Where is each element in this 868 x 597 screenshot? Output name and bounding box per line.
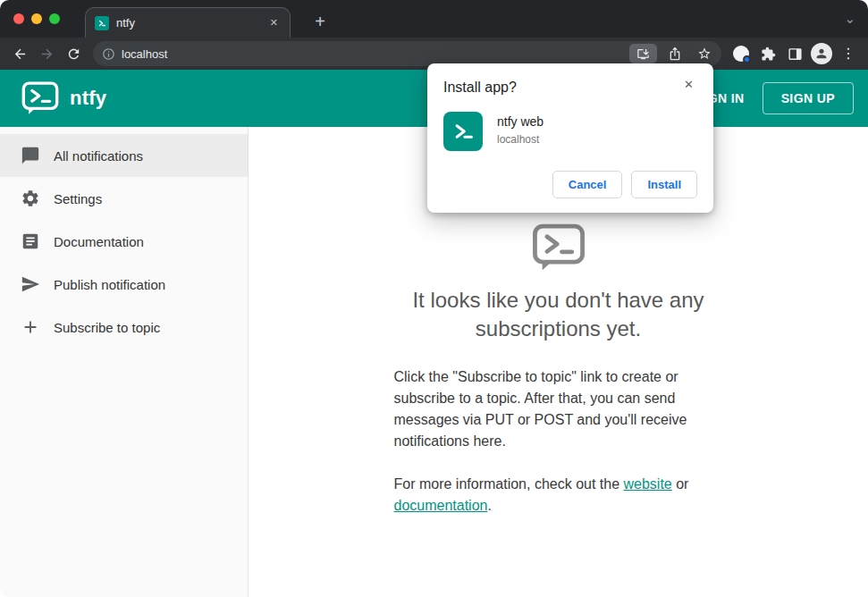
sidebar-item-publish-notification[interactable]: Publish notification xyxy=(0,263,248,306)
new-tab-button[interactable]: + xyxy=(308,9,333,34)
extension-icon xyxy=(733,46,749,62)
star-icon xyxy=(697,46,712,61)
window-minimize-button[interactable] xyxy=(31,13,42,24)
avatar-icon xyxy=(811,43,832,64)
ntfy-app-icon xyxy=(443,112,483,151)
chat-bubble-icon xyxy=(21,146,40,165)
header-actions: SIGN IN SIGN UP xyxy=(690,82,854,114)
empty-state-heading: It looks like you don't have any subscri… xyxy=(371,286,746,343)
sidebar-item-label: Publish notification xyxy=(54,277,165,292)
more-info-middle: or xyxy=(672,476,689,492)
app-name: ntfy web xyxy=(497,114,544,129)
send-icon xyxy=(21,274,40,294)
extension-shortcut-button[interactable] xyxy=(729,41,754,66)
cancel-button[interactable]: Cancel xyxy=(552,171,623,198)
install-dialog-title: Install app? xyxy=(443,76,517,96)
article-icon xyxy=(21,231,40,251)
sidebar-item-all-notifications[interactable]: All notifications xyxy=(0,134,248,177)
window-close-button[interactable] xyxy=(13,13,24,24)
sidebar: All notifications Settings Documentation… xyxy=(0,127,249,597)
tab-title: ntfy xyxy=(116,16,260,29)
reload-icon xyxy=(66,46,81,62)
documentation-link[interactable]: documentation xyxy=(394,498,488,513)
install-dialog-actions: Cancel Install xyxy=(443,171,697,198)
brand-title: ntfy xyxy=(70,87,106,110)
back-button[interactable] xyxy=(7,41,32,66)
sidebar-item-label: Subscribe to topic xyxy=(54,320,160,335)
ntfy-logo-icon xyxy=(21,81,59,115)
browser-titlebar: ntfy ✕ + ⌄ xyxy=(0,0,868,38)
install-dialog-app-row: ntfy web localhost xyxy=(443,112,697,151)
install-button[interactable]: Install xyxy=(631,171,697,198)
side-panel-button[interactable] xyxy=(782,41,807,66)
install-dialog-header: Install app? ✕ xyxy=(443,76,697,96)
sidebar-item-subscribe-to-topic[interactable]: Subscribe to topic xyxy=(0,306,248,349)
app-origin: localhost xyxy=(497,133,544,146)
sign-up-button[interactable]: SIGN UP xyxy=(763,82,854,114)
more-info-prefix: For more information, check out the xyxy=(394,476,624,492)
install-dialog: Install app? ✕ ntfy web localhost Cancel… xyxy=(427,63,713,213)
share-icon xyxy=(668,46,682,61)
puzzle-icon xyxy=(761,46,776,62)
gear-icon xyxy=(21,189,40,208)
website-link[interactable]: website xyxy=(624,476,672,492)
browser-tab[interactable]: ntfy ✕ xyxy=(85,7,291,38)
address-text[interactable]: localhost xyxy=(122,47,623,61)
browser-menu-button[interactable]: ⋮ xyxy=(836,41,861,66)
profile-avatar-button[interactable] xyxy=(809,41,834,66)
plus-icon xyxy=(21,317,40,337)
more-info-paragraph: For more information, check out the webs… xyxy=(394,474,723,517)
forward-arrow-icon xyxy=(39,46,55,62)
more-info-suffix: . xyxy=(487,498,491,513)
traffic-lights xyxy=(0,13,60,24)
browser-window: ntfy ✕ + ⌄ localhost xyxy=(0,0,868,597)
bookmark-star-button[interactable] xyxy=(693,42,716,65)
share-button[interactable] xyxy=(663,42,687,65)
side-panel-icon xyxy=(788,46,803,62)
tab-close-icon[interactable]: ✕ xyxy=(267,15,281,30)
sidebar-item-documentation[interactable]: Documentation xyxy=(0,220,248,263)
address-bar[interactable]: localhost xyxy=(93,41,721,66)
install-app-button[interactable] xyxy=(629,44,657,63)
extensions-menu-button[interactable] xyxy=(755,41,780,66)
extension-badge xyxy=(743,55,751,63)
site-info-icon[interactable] xyxy=(102,47,115,61)
sidebar-item-settings[interactable]: Settings xyxy=(0,177,248,220)
install-app-icon xyxy=(636,47,650,61)
tab-search-chevron-icon[interactable]: ⌄ xyxy=(844,0,855,38)
kebab-menu-icon: ⋮ xyxy=(841,46,855,61)
ntfy-logo-gray-icon xyxy=(371,223,746,272)
window-zoom-button[interactable] xyxy=(49,13,60,24)
dialog-close-icon[interactable]: ✕ xyxy=(680,76,697,93)
reload-button[interactable] xyxy=(61,41,86,66)
sidebar-item-label: Settings xyxy=(54,191,102,206)
sidebar-item-label: All notifications xyxy=(54,148,143,164)
sidebar-item-label: Documentation xyxy=(54,234,144,249)
install-dialog-app-texts: ntfy web localhost xyxy=(497,112,544,146)
ntfy-favicon-icon xyxy=(95,16,109,30)
empty-state: It looks like you don't have any subscri… xyxy=(371,223,746,597)
empty-state-paragraph: Click the "Subscribe to topic" link to c… xyxy=(394,366,723,452)
forward-button[interactable] xyxy=(34,41,59,66)
back-arrow-icon xyxy=(13,46,28,62)
